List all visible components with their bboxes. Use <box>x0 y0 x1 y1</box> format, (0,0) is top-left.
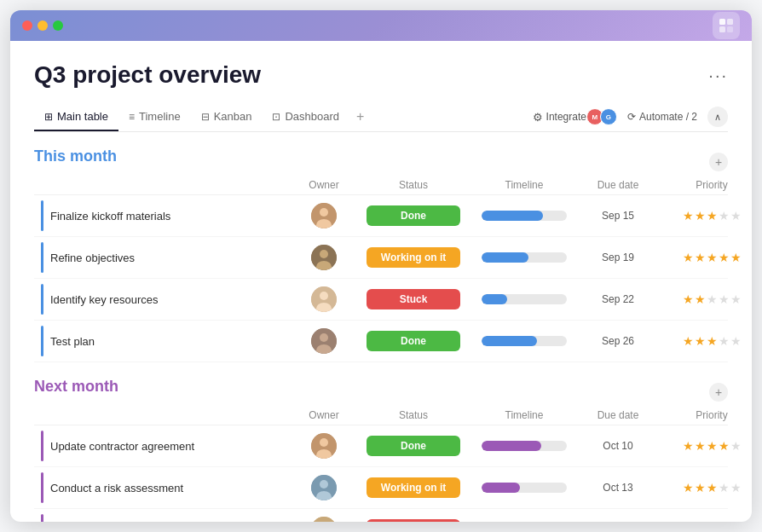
timeline-bar <box>482 336 537 346</box>
task-name: Conduct a risk assessment <box>34 472 290 503</box>
avatar <box>311 286 337 312</box>
star-3: ★ <box>707 209 718 223</box>
row-accent <box>41 326 43 356</box>
avatar <box>311 475 337 500</box>
status-badge: Working on it <box>367 477 460 498</box>
minimize-button[interactable] <box>38 20 48 31</box>
status-cell: Working on it <box>358 477 469 498</box>
status-cell: Done <box>358 205 469 226</box>
maximize-button[interactable] <box>53 20 63 31</box>
traffic-lights <box>22 20 63 31</box>
automate-icon: ⟳ <box>627 111 636 123</box>
table-row: Update contractor agreement Done <box>34 425 728 467</box>
row-accent <box>41 242 43 273</box>
svg-point-5 <box>320 208 328 217</box>
avatar <box>311 328 337 354</box>
task-label: Identify key resources <box>50 293 158 306</box>
row-accent <box>41 514 43 522</box>
avatar-integrate-2: G <box>600 108 617 125</box>
col-status-header: Status <box>358 409 469 421</box>
automate-button[interactable]: ⟳ Automate / 2 <box>627 111 697 123</box>
timeline-bar <box>482 294 507 304</box>
star-3: ★ <box>707 439 718 453</box>
app-window: Q3 project overview ··· ⊞ Main table ≡ T… <box>10 10 752 522</box>
table-row: Conduct a risk assessment Working on it <box>34 467 728 509</box>
priority-cell: ★ ★ ★ ★ ★ <box>656 481 752 494</box>
status-badge: Done <box>367 331 460 351</box>
owner-cell <box>290 475 358 500</box>
priority-cell: ★ ★ ★ ★ ★ <box>656 334 752 348</box>
timeline-icon: ≡ <box>129 111 135 123</box>
col-owner-header: Owner <box>290 179 358 191</box>
status-badge: Stuck <box>367 519 460 522</box>
collapse-button[interactable]: ∧ <box>707 107 728 127</box>
star-2: ★ <box>695 481 706 494</box>
due-date-cell: Sep 22 <box>580 293 656 305</box>
column-headers-this-month: Owner Status Timeline Due date Priority <box>34 176 728 195</box>
col-timeline-header: Timeline <box>469 179 580 191</box>
add-row-this-month-button[interactable]: + <box>709 153 728 171</box>
status-cell: Stuck <box>358 519 469 522</box>
tab-dashboard[interactable]: ⊡ Dashboard <box>262 103 349 131</box>
svg-point-14 <box>320 333 328 342</box>
col-priority-header: Priority <box>656 409 752 421</box>
task-name: Update contractor agreement <box>34 431 290 461</box>
timeline-cell <box>469 441 580 451</box>
timeline-cell <box>469 211 580 221</box>
svg-point-11 <box>320 292 328 300</box>
tab-bar: ⊞ Main table ≡ Timeline ⊟ Kanban ⊡ Dashb… <box>34 102 728 132</box>
timeline-bar <box>482 252 528 263</box>
priority-cell: ★ ★ ★ ★ ★ <box>656 439 752 453</box>
task-name: Test plan <box>34 326 290 356</box>
star-2: ★ <box>695 251 706 264</box>
status-cell: Working on it <box>358 247 469 268</box>
status-cell: Done <box>358 331 469 351</box>
more-options-button[interactable]: ··· <box>708 66 728 85</box>
timeline-bar <box>482 211 543 221</box>
timeline-cell <box>469 483 580 493</box>
svg-point-22 <box>311 517 337 522</box>
add-tab-button[interactable]: + <box>349 102 371 131</box>
star-5: ★ <box>730 334 742 348</box>
row-accent <box>41 200 43 231</box>
timeline-bar-wrap <box>482 252 567 263</box>
timeline-cell <box>469 252 580 263</box>
section-next-month: Next month + Owner Status Timeline Due d… <box>34 378 728 522</box>
star-1: ★ <box>683 209 694 223</box>
tab-kanban-label: Kanban <box>214 110 252 123</box>
tab-dashboard-label: Dashboard <box>285 110 339 123</box>
star-5: ★ <box>730 439 742 453</box>
tab-kanban[interactable]: ⊟ Kanban <box>191 103 263 131</box>
star-2: ★ <box>695 292 706 306</box>
main-content: Q3 project overview ··· ⊞ Main table ≡ T… <box>10 41 752 522</box>
star-3: ★ <box>707 334 718 348</box>
star-4: ★ <box>719 439 730 453</box>
star-5: ★ <box>730 481 742 494</box>
col-duedate-header: Due date <box>580 179 656 191</box>
due-date-cell: Sep 26 <box>580 335 656 347</box>
due-date-cell: Sep 19 <box>580 252 656 263</box>
task-label: Refine objectives <box>50 252 135 264</box>
svg-point-20 <box>320 480 328 489</box>
row-accent <box>41 472 43 503</box>
tab-actions: ⚙ Integrate M G ⟳ Automate / 2 ∧ <box>533 107 728 127</box>
col-duedate-header: Due date <box>580 409 656 421</box>
star-1: ★ <box>683 251 694 264</box>
status-badge: Working on it <box>367 247 460 268</box>
col-timeline-header: Timeline <box>469 409 580 421</box>
add-row-next-month-button[interactable]: + <box>709 383 728 402</box>
timeline-bar <box>482 441 541 451</box>
task-name: Monitor budget <box>34 514 290 522</box>
status-badge: Stuck <box>367 289 460 309</box>
tab-main-table[interactable]: ⊞ Main table <box>34 103 118 131</box>
avatar-group: M G <box>590 108 617 125</box>
timeline-bar-wrap <box>482 211 567 221</box>
task-name: Finalize kickoff materials <box>34 200 290 231</box>
integrate-button[interactable]: ⚙ Integrate M G <box>533 108 617 125</box>
close-button[interactable] <box>22 20 32 31</box>
avatar <box>311 517 337 522</box>
row-accent <box>41 284 43 315</box>
tab-timeline[interactable]: ≡ Timeline <box>118 103 191 131</box>
status-cell: Stuck <box>358 289 469 309</box>
tab-timeline-label: Timeline <box>139 110 181 123</box>
